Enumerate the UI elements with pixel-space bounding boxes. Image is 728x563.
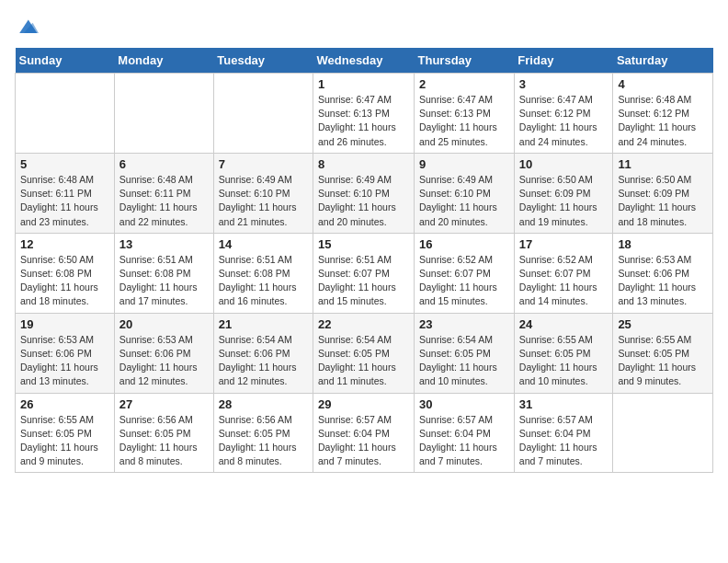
- day-number: 28: [219, 397, 308, 411]
- calendar-cell: 8Sunrise: 6:49 AM Sunset: 6:10 PM Daylig…: [313, 153, 415, 233]
- calendar-cell: 6Sunrise: 6:48 AM Sunset: 6:11 PM Daylig…: [114, 153, 213, 233]
- calendar-cell: 5Sunrise: 6:48 AM Sunset: 6:11 PM Daylig…: [16, 153, 115, 233]
- calendar-table: SundayMondayTuesdayWednesdayThursdayFrid…: [15, 48, 713, 473]
- day-number: 20: [119, 317, 209, 331]
- day-info-text: Sunrise: 6:55 AM Sunset: 6:05 PM Dayligh…: [20, 413, 109, 469]
- day-number: 10: [519, 157, 609, 171]
- day-number: 25: [618, 317, 708, 331]
- day-info-text: Sunrise: 6:47 AM Sunset: 6:13 PM Dayligh…: [419, 93, 509, 149]
- day-info-text: Sunrise: 6:49 AM Sunset: 6:10 PM Dayligh…: [318, 173, 409, 229]
- day-info-text: Sunrise: 6:47 AM Sunset: 6:13 PM Dayligh…: [318, 93, 409, 149]
- calendar-cell: [16, 74, 115, 154]
- calendar-cell: 19Sunrise: 6:53 AM Sunset: 6:06 PM Dayli…: [16, 313, 115, 393]
- calendar-cell: 9Sunrise: 6:49 AM Sunset: 6:10 PM Daylig…: [415, 153, 515, 233]
- day-of-week-header: Wednesday: [313, 48, 415, 74]
- day-number: 15: [318, 237, 409, 251]
- day-info-text: Sunrise: 6:54 AM Sunset: 6:06 PM Dayligh…: [219, 333, 308, 389]
- calendar-cell: 31Sunrise: 6:57 AM Sunset: 6:04 PM Dayli…: [514, 393, 613, 473]
- day-of-week-header: Sunday: [16, 48, 115, 74]
- day-number: 17: [519, 237, 609, 251]
- day-of-week-header: Tuesday: [213, 48, 313, 74]
- day-number: 27: [119, 397, 209, 411]
- day-number: 18: [618, 237, 708, 251]
- day-of-week-header: Saturday: [613, 48, 713, 74]
- day-number: 8: [318, 157, 409, 171]
- day-info-text: Sunrise: 6:53 AM Sunset: 6:06 PM Dayligh…: [618, 253, 708, 309]
- day-number: 5: [20, 157, 109, 171]
- calendar-week-row: 19Sunrise: 6:53 AM Sunset: 6:06 PM Dayli…: [16, 313, 713, 393]
- calendar-cell: 16Sunrise: 6:52 AM Sunset: 6:07 PM Dayli…: [415, 233, 515, 313]
- day-info-text: Sunrise: 6:56 AM Sunset: 6:05 PM Dayligh…: [119, 413, 209, 469]
- calendar-cell: 20Sunrise: 6:53 AM Sunset: 6:06 PM Dayli…: [114, 313, 213, 393]
- calendar-week-row: 26Sunrise: 6:55 AM Sunset: 6:05 PM Dayli…: [16, 393, 713, 473]
- day-number: 13: [119, 237, 209, 251]
- day-info-text: Sunrise: 6:51 AM Sunset: 6:07 PM Dayligh…: [318, 253, 409, 309]
- logo: [15, 15, 39, 37]
- calendar-cell: 12Sunrise: 6:50 AM Sunset: 6:08 PM Dayli…: [16, 233, 115, 313]
- day-info-text: Sunrise: 6:56 AM Sunset: 6:05 PM Dayligh…: [219, 413, 308, 469]
- day-info-text: Sunrise: 6:50 AM Sunset: 6:09 PM Dayligh…: [618, 173, 708, 229]
- day-info-text: Sunrise: 6:49 AM Sunset: 6:10 PM Dayligh…: [219, 173, 308, 229]
- day-number: 22: [318, 317, 409, 331]
- calendar-cell: 2Sunrise: 6:47 AM Sunset: 6:13 PM Daylig…: [415, 74, 515, 154]
- calendar-cell: [114, 74, 213, 154]
- day-number: 1: [318, 77, 409, 91]
- calendar-cell: 15Sunrise: 6:51 AM Sunset: 6:07 PM Dayli…: [313, 233, 415, 313]
- day-info-text: Sunrise: 6:48 AM Sunset: 6:11 PM Dayligh…: [119, 173, 209, 229]
- day-number: 6: [119, 157, 209, 171]
- calendar-cell: 4Sunrise: 6:48 AM Sunset: 6:12 PM Daylig…: [613, 74, 713, 154]
- calendar-cell: 23Sunrise: 6:54 AM Sunset: 6:05 PM Dayli…: [415, 313, 515, 393]
- calendar-cell: 10Sunrise: 6:50 AM Sunset: 6:09 PM Dayli…: [514, 153, 613, 233]
- calendar-cell: 1Sunrise: 6:47 AM Sunset: 6:13 PM Daylig…: [313, 74, 415, 154]
- day-info-text: Sunrise: 6:55 AM Sunset: 6:05 PM Dayligh…: [519, 333, 609, 389]
- calendar-cell: 7Sunrise: 6:49 AM Sunset: 6:10 PM Daylig…: [213, 153, 313, 233]
- calendar-cell: 27Sunrise: 6:56 AM Sunset: 6:05 PM Dayli…: [114, 393, 213, 473]
- day-number: 4: [618, 77, 708, 91]
- day-info-text: Sunrise: 6:53 AM Sunset: 6:06 PM Dayligh…: [20, 333, 109, 389]
- day-of-week-header: Friday: [514, 48, 613, 74]
- day-info-text: Sunrise: 6:47 AM Sunset: 6:12 PM Dayligh…: [519, 93, 609, 149]
- day-number: 19: [20, 317, 109, 331]
- day-info-text: Sunrise: 6:57 AM Sunset: 6:04 PM Dayligh…: [419, 413, 509, 469]
- day-info-text: Sunrise: 6:50 AM Sunset: 6:09 PM Dayligh…: [519, 173, 609, 229]
- day-info-text: Sunrise: 6:48 AM Sunset: 6:12 PM Dayligh…: [618, 93, 708, 149]
- day-info-text: Sunrise: 6:52 AM Sunset: 6:07 PM Dayligh…: [519, 253, 609, 309]
- calendar-header-row: SundayMondayTuesdayWednesdayThursdayFrid…: [16, 48, 713, 74]
- day-number: 23: [419, 317, 509, 331]
- day-number: 21: [219, 317, 308, 331]
- day-info-text: Sunrise: 6:57 AM Sunset: 6:04 PM Dayligh…: [318, 413, 409, 469]
- day-number: 29: [318, 397, 409, 411]
- day-number: 14: [219, 237, 308, 251]
- day-number: 26: [20, 397, 109, 411]
- day-number: 9: [419, 157, 509, 171]
- day-of-week-header: Monday: [114, 48, 213, 74]
- day-number: 7: [219, 157, 308, 171]
- day-number: 12: [20, 237, 109, 251]
- calendar-cell: 14Sunrise: 6:51 AM Sunset: 6:08 PM Dayli…: [213, 233, 313, 313]
- calendar-cell: 24Sunrise: 6:55 AM Sunset: 6:05 PM Dayli…: [514, 313, 613, 393]
- day-info-text: Sunrise: 6:51 AM Sunset: 6:08 PM Dayligh…: [219, 253, 308, 309]
- calendar-cell: 28Sunrise: 6:56 AM Sunset: 6:05 PM Dayli…: [213, 393, 313, 473]
- calendar-cell: [213, 74, 313, 154]
- day-info-text: Sunrise: 6:48 AM Sunset: 6:11 PM Dayligh…: [20, 173, 109, 229]
- calendar-cell: [613, 393, 713, 473]
- calendar-cell: 25Sunrise: 6:55 AM Sunset: 6:05 PM Dayli…: [613, 313, 713, 393]
- day-number: 16: [419, 237, 509, 251]
- day-info-text: Sunrise: 6:54 AM Sunset: 6:05 PM Dayligh…: [419, 333, 509, 389]
- calendar-cell: 13Sunrise: 6:51 AM Sunset: 6:08 PM Dayli…: [114, 233, 213, 313]
- day-info-text: Sunrise: 6:50 AM Sunset: 6:08 PM Dayligh…: [20, 253, 109, 309]
- day-number: 11: [618, 157, 708, 171]
- calendar-cell: 21Sunrise: 6:54 AM Sunset: 6:06 PM Dayli…: [213, 313, 313, 393]
- day-info-text: Sunrise: 6:53 AM Sunset: 6:06 PM Dayligh…: [119, 333, 209, 389]
- day-info-text: Sunrise: 6:49 AM Sunset: 6:10 PM Dayligh…: [419, 173, 509, 229]
- day-number: 3: [519, 77, 609, 91]
- calendar-body: 1Sunrise: 6:47 AM Sunset: 6:13 PM Daylig…: [16, 74, 713, 473]
- calendar-cell: 3Sunrise: 6:47 AM Sunset: 6:12 PM Daylig…: [514, 74, 613, 154]
- calendar-cell: 26Sunrise: 6:55 AM Sunset: 6:05 PM Dayli…: [16, 393, 115, 473]
- page-header: [15, 15, 713, 37]
- day-of-week-header: Thursday: [415, 48, 515, 74]
- calendar-cell: 11Sunrise: 6:50 AM Sunset: 6:09 PM Dayli…: [613, 153, 713, 233]
- day-info-text: Sunrise: 6:57 AM Sunset: 6:04 PM Dayligh…: [519, 413, 609, 469]
- day-info-text: Sunrise: 6:55 AM Sunset: 6:05 PM Dayligh…: [618, 333, 708, 389]
- day-number: 24: [519, 317, 609, 331]
